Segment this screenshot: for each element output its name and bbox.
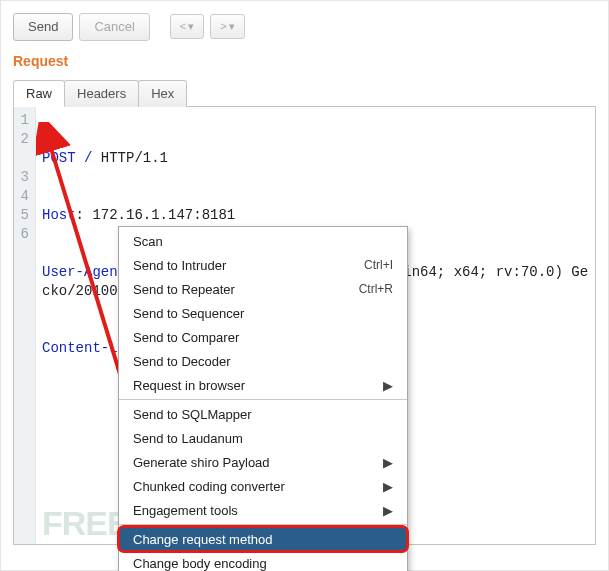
menu-shortcut: Ctrl+I: [364, 258, 393, 272]
submenu-arrow-icon: ▶: [383, 378, 393, 393]
line-number: 3: [20, 168, 29, 187]
menu-shortcut: Ctrl+R: [359, 282, 393, 296]
menu-label: Send to Comparer: [133, 330, 239, 345]
watermark-text: FREE: [42, 506, 129, 540]
menu-separator: [119, 399, 407, 400]
menu-engagement-tools[interactable]: Engagement tools▶: [119, 498, 407, 522]
request-protocol: HTTP/1.1: [101, 150, 168, 166]
menu-label: Chunked coding converter: [133, 479, 285, 494]
header-key: Host: [42, 207, 76, 223]
menu-label: Send to Repeater: [133, 282, 235, 297]
menu-generate-shiro-payload[interactable]: Generate shiro Payload▶: [119, 450, 407, 474]
repeater-toolbar: Send Cancel < ▾ > ▾: [13, 13, 596, 41]
submenu-arrow-icon: ▶: [383, 503, 393, 518]
tab-hex[interactable]: Hex: [138, 80, 187, 107]
line-number: 2: [20, 130, 29, 149]
history-forward-button[interactable]: > ▾: [210, 14, 244, 39]
menu-label: Send to Decoder: [133, 354, 231, 369]
history-back-button[interactable]: < ▾: [170, 14, 204, 39]
menu-chunked-coding-converter[interactable]: Chunked coding converter▶: [119, 474, 407, 498]
dropdown-icon: ▾: [229, 20, 235, 33]
menu-send-to-sqlmapper[interactable]: Send to SQLMapper: [119, 402, 407, 426]
cancel-button[interactable]: Cancel: [79, 13, 149, 41]
header-value: : 172.16.1.147:8181: [76, 207, 236, 223]
menu-change-body-encoding[interactable]: Change body encoding: [119, 551, 407, 571]
menu-change-request-method[interactable]: Change request method: [119, 527, 407, 551]
menu-request-in-browser[interactable]: Request in browser▶: [119, 373, 407, 397]
tab-headers[interactable]: Headers: [64, 80, 139, 107]
line-number: 5: [20, 206, 29, 225]
menu-send-to-repeater[interactable]: Send to RepeaterCtrl+R: [119, 277, 407, 301]
line-number: 1: [20, 111, 29, 130]
line-number: 4: [20, 187, 29, 206]
line-number: 6: [20, 225, 29, 244]
menu-label: Generate shiro Payload: [133, 455, 270, 470]
chevron-right-icon: >: [220, 20, 226, 33]
request-section-title: Request: [13, 53, 596, 69]
menu-separator: [119, 524, 407, 525]
chevron-left-icon: <: [180, 20, 186, 33]
view-tabs: Raw Headers Hex: [13, 79, 596, 107]
menu-send-to-comparer[interactable]: Send to Comparer: [119, 325, 407, 349]
menu-send-to-laudanum[interactable]: Send to Laudanum: [119, 426, 407, 450]
menu-label: Send to Intruder: [133, 258, 226, 273]
menu-label: Scan: [133, 234, 163, 249]
context-menu[interactable]: Scan Send to IntruderCtrl+I Send to Repe…: [118, 226, 408, 571]
menu-send-to-intruder[interactable]: Send to IntruderCtrl+I: [119, 253, 407, 277]
menu-send-to-decoder[interactable]: Send to Decoder: [119, 349, 407, 373]
menu-label: Send to Sequencer: [133, 306, 244, 321]
menu-label: Send to Laudanum: [133, 431, 243, 446]
menu-send-to-sequencer[interactable]: Send to Sequencer: [119, 301, 407, 325]
menu-label: Request in browser: [133, 378, 245, 393]
dropdown-icon: ▾: [188, 20, 194, 33]
menu-label: Change body encoding: [133, 556, 267, 571]
header-key: User-Agent: [42, 264, 126, 280]
menu-label: Change request method: [133, 532, 272, 547]
line-number-gutter: 1 2 3 4 5 6: [14, 107, 36, 544]
submenu-arrow-icon: ▶: [383, 479, 393, 494]
menu-label: Send to SQLMapper: [133, 407, 252, 422]
submenu-arrow-icon: ▶: [383, 455, 393, 470]
tab-raw[interactable]: Raw: [13, 80, 65, 107]
menu-label: Engagement tools: [133, 503, 238, 518]
menu-scan[interactable]: Scan: [119, 229, 407, 253]
send-button[interactable]: Send: [13, 13, 73, 41]
request-method: POST /: [42, 150, 101, 166]
